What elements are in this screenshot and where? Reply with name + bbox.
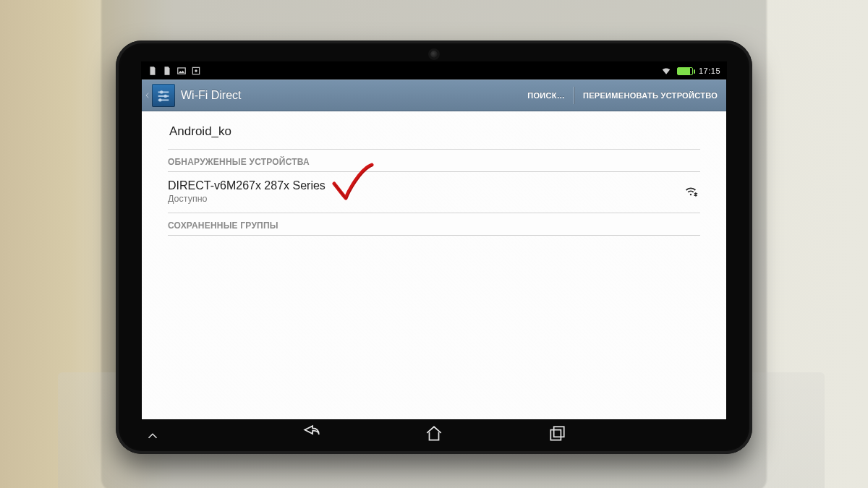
nav-back-button[interactable] [300, 423, 322, 445]
discovered-device-status: Доступно [168, 194, 326, 204]
section-discovered-header: ОБНАРУЖЕННЫЕ УСТРОЙСТВА [168, 149, 700, 172]
rename-device-action[interactable]: ПЕРЕИМЕНОВАТЬ УСТРОЙСТВО [574, 80, 726, 111]
action-bar-title: Wi-Fi Direct [181, 89, 242, 102]
wifi-status-icon [661, 66, 671, 76]
nav-home-button[interactable] [423, 423, 445, 445]
action-bar-up-button[interactable]: Wi-Fi Direct [142, 80, 244, 111]
settings-app-icon [152, 84, 175, 107]
status-bar: 17:15 [142, 62, 726, 80]
svg-point-4 [160, 90, 163, 93]
search-action-label: ПОИСК… [527, 91, 565, 100]
tablet-camera [430, 51, 438, 58]
tablet-frame: 17:15 Wi-Fi Dir [116, 40, 752, 454]
discovered-device-name: DIRECT-v6M267x 287x Series [168, 179, 326, 192]
screenshot-icon [191, 66, 201, 76]
self-device-name[interactable]: Android_ko [168, 113, 700, 149]
chevron-left-icon [143, 80, 152, 111]
status-clock: 17:15 [699, 67, 720, 75]
rename-action-label: ПЕРЕИМЕНОВАТЬ УСТРОЙСТВО [583, 91, 718, 100]
section-saved-groups-header: СОХРАНЕННЫЕ ГРУППЫ [168, 213, 700, 236]
content-scroll[interactable]: Android_ko ОБНАРУЖЕННЫЕ УСТРОЙСТВА DIREC… [142, 111, 726, 419]
image-icon [176, 66, 187, 76]
nav-recent-button[interactable] [546, 423, 568, 445]
discovered-device-row[interactable]: DIRECT-v6M267x 287x Series Доступно [168, 172, 700, 213]
document-icon [162, 66, 172, 76]
svg-point-6 [164, 94, 167, 97]
search-action[interactable]: ПОИСК… [519, 80, 574, 111]
system-nav-bar [142, 421, 726, 447]
battery-icon [677, 67, 693, 75]
svg-rect-9 [550, 430, 561, 440]
screen: 17:15 Wi-Fi Dir [142, 62, 726, 419]
wifi-direct-icon [683, 182, 699, 201]
action-bar: Wi-Fi Direct ПОИСК… ПЕРЕИМЕНОВАТЬ УСТРОЙ… [142, 80, 726, 111]
svg-point-8 [158, 98, 161, 101]
svg-rect-10 [554, 427, 564, 437]
svg-point-2 [195, 69, 197, 72]
sdcard-icon [148, 66, 158, 76]
